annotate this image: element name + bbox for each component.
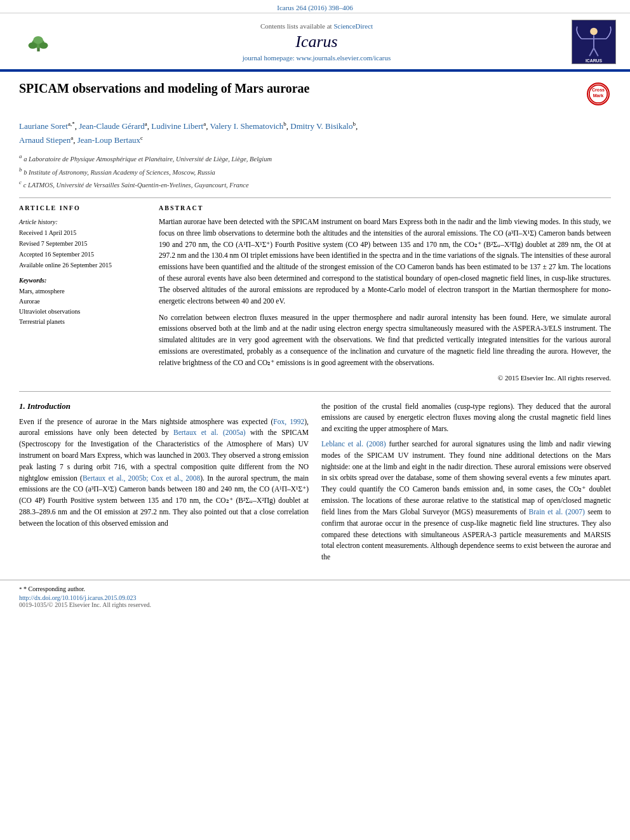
revised-date: Revised 7 September 2015 — [19, 238, 146, 249]
article-info-heading: ARTICLE INFO — [19, 204, 146, 211]
keywords-section: Keywords: Mars, atmosphere Aurorae Ultra… — [19, 277, 146, 327]
contents-text: Contents lists available at — [260, 22, 332, 30]
section-divider — [19, 391, 611, 392]
author-gerard[interactable]: Jean-Claude Gérard — [79, 121, 145, 131]
icarus-logo: ICARUS — [572, 20, 616, 64]
abstract-text: Martian aurorae have been detected with … — [159, 217, 611, 369]
article-body: SPICAM observations and modeling of Mars… — [0, 72, 630, 580]
crossmark-badge[interactable]: Cross Mark — [586, 81, 611, 107]
issn-line: 0019-1035/© 2015 Elsevier Inc. All right… — [19, 601, 611, 608]
keyword-4: Terrestrial planets — [19, 317, 146, 327]
journal-homepage: journal homepage: www.journals.elsevier.… — [64, 54, 570, 62]
intro-right-column: the position of the crustal field anomal… — [321, 401, 611, 567]
affil-a: a a Laboratoire de Physique Atmosphériqu… — [19, 152, 611, 164]
svg-text:Mark: Mark — [593, 93, 604, 98]
citation-bar: Icarus 264 (2016) 398–406 — [0, 0, 630, 13]
doi-line: http://dx.doi.org/10.1016/j.icarus.2015.… — [19, 594, 611, 601]
history-heading: Article history: — [19, 217, 146, 227]
author-bisikalo[interactable]: Dmitry V. Bisikalo — [290, 121, 352, 131]
author-stiepen[interactable]: Arnaud Stiepen — [19, 135, 70, 145]
received-date: Received 1 April 2015 — [19, 227, 146, 238]
intro-left-column: 1. Introduction Even if the presence of … — [19, 401, 309, 567]
journal-logo-right: ICARUS — [570, 20, 617, 64]
keyword-2: Aurorae — [19, 297, 146, 307]
bertaux-2005b-link[interactable]: Bertaux et al., 2005b; Cox et al., 2008 — [83, 474, 200, 482]
article-history: Article history: Received 1 April 2015 R… — [19, 217, 146, 270]
keywords-heading: Keywords: — [19, 277, 146, 284]
available-date: Available online 26 September 2015 — [19, 260, 146, 270]
author-libert[interactable]: Ludivine Libert — [151, 121, 203, 131]
svg-text:ICARUS: ICARUS — [585, 58, 602, 63]
authors-line: Lauriane Soreta,*, Jean-Claude Gérarda, … — [19, 119, 611, 147]
affil-b: b b Institute of Astronomy, Russian Acad… — [19, 166, 611, 177]
introduction-section: 1. Introduction Even if the presence of … — [19, 401, 611, 567]
intro-paragraph-2: the position of the crustal field anomal… — [321, 401, 611, 435]
copyright-line: © 2015 Elsevier Inc. All rights reserved… — [159, 374, 611, 382]
sciencedirect-link[interactable]: ScienceDirect — [333, 22, 373, 30]
svg-text:Cross: Cross — [592, 88, 605, 93]
abstract-paragraph-1: Martian aurorae have been detected with … — [159, 217, 611, 307]
leblanc-2008-link[interactable]: Leblanc et al. (2008) — [321, 440, 386, 448]
article-info-column: ARTICLE INFO Article history: Received 1… — [19, 204, 146, 382]
article-info-abstract-section: ARTICLE INFO Article history: Received 1… — [19, 197, 611, 382]
accepted-date: Accepted 16 September 2015 — [19, 249, 146, 260]
citation-text: Icarus 264 (2016) 398–406 — [277, 4, 352, 11]
page-footer: * * Corresponding author. http://dx.doi.… — [0, 580, 630, 613]
article-title: SPICAM observations and modeling of Mars… — [19, 81, 586, 96]
homepage-link[interactable]: journal homepage: www.journals.elsevier.… — [243, 54, 391, 62]
journal-header-center: Contents lists available at ScienceDirec… — [64, 22, 570, 62]
brain-2007-link[interactable]: Brain et al. (2007) — [529, 508, 585, 516]
keyword-3: Ultraviolet observations — [19, 307, 146, 317]
bertaux-2005a-link[interactable]: Bertaux et al. (2005a) — [173, 429, 246, 436]
fox-1992-link[interactable]: Fox, 1992 — [273, 418, 304, 425]
affil-c: c c LATMOS, Université de Versailles Sai… — [19, 178, 611, 190]
keyword-1: Mars, atmosphere — [19, 286, 146, 297]
elsevier-tree-icon: ELSEVIER — [21, 32, 56, 51]
article-title-section: SPICAM observations and modeling of Mars… — [19, 81, 611, 112]
page-wrapper: Icarus 264 (2016) 398–406 ELSEVIER Conte… — [0, 0, 630, 613]
intro-heading: 1. Introduction — [19, 401, 309, 411]
author-bertaux[interactable]: Jean-Loup Bertaux — [77, 135, 140, 145]
intro-paragraph-1: Even if the presence of aurorae in the M… — [19, 417, 309, 530]
abstract-heading: ABSTRACT — [159, 204, 611, 211]
crossmark-svg: Cross Mark — [588, 83, 608, 105]
journal-title-display: Icarus — [64, 32, 570, 51]
svg-rect-0 — [37, 48, 39, 51]
intro-paragraph-3: Leblanc et al. (2008) further searched f… — [321, 439, 611, 563]
abstract-paragraph-2: No correlation between electron fluxes m… — [159, 312, 611, 369]
doi-link[interactable]: http://dx.doi.org/10.1016/j.icarus.2015.… — [19, 594, 137, 601]
contents-line: Contents lists available at ScienceDirec… — [64, 22, 570, 30]
journal-header: ELSEVIER Contents lists available at Sci… — [0, 13, 630, 70]
abstract-column: ABSTRACT Martian aurorae have been detec… — [159, 204, 611, 382]
elsevier-logo: ELSEVIER — [13, 28, 64, 57]
author-shematovich[interactable]: Valery I. Shematovich — [210, 121, 283, 131]
author-soret[interactable]: Lauriane Soret — [19, 121, 68, 131]
corresponding-author-note: * * Corresponding author. — [19, 585, 611, 592]
crossmark-icon: Cross Mark — [587, 83, 610, 105]
affiliations: a a Laboratoire de Physique Atmosphériqu… — [19, 152, 611, 190]
svg-point-7 — [590, 28, 598, 36]
icarus-logo-icon: ICARUS — [572, 20, 616, 63]
svg-point-4 — [33, 36, 43, 44]
